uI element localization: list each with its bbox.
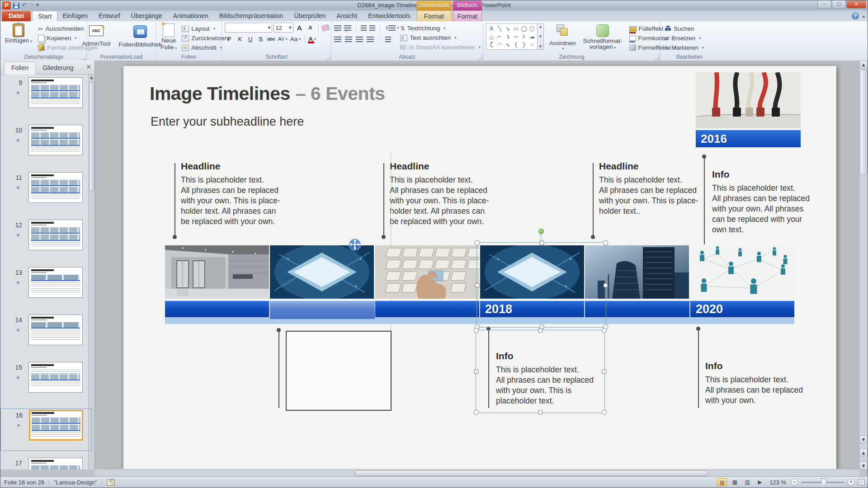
- shapes-gallery-scrollbar[interactable]: ▲ ▼ ▼: [538, 23, 544, 50]
- paste-button[interactable]: Einfügen: [3, 23, 34, 52]
- tab-entwurf[interactable]: Entwurf: [93, 11, 125, 21]
- fit-to-window-icon[interactable]: [858, 479, 865, 485]
- bold-button[interactable]: F: [225, 35, 234, 43]
- justify-icon[interactable]: [367, 37, 374, 42]
- slide-subtitle[interactable]: Enter your subheadline here: [151, 115, 304, 129]
- previous-slide-button[interactable]: ▲: [859, 449, 868, 456]
- character-spacing-button[interactable]: AV: [277, 35, 288, 43]
- slide-thumbnail-13[interactable]: 13: [0, 266, 91, 308]
- event-dot[interactable]: [591, 235, 595, 239]
- columns-icon[interactable]: [385, 37, 391, 42]
- headline-3-title[interactable]: Headline: [599, 161, 639, 172]
- resize-handle[interactable]: [538, 410, 542, 414]
- tab-gliederung[interactable]: Gliederung: [36, 62, 80, 74]
- shape-down-arrow-icon[interactable]: ⇩: [520, 33, 528, 41]
- resize-handle[interactable]: [602, 410, 607, 415]
- slide-thumbnail-14[interactable]: 14: [0, 314, 91, 355]
- dialog-launcher-icon[interactable]: [655, 55, 659, 60]
- strikethrough-button[interactable]: abc: [266, 35, 276, 43]
- event-dot[interactable]: [277, 328, 281, 332]
- slide-thumbnail-12[interactable]: 12: [0, 219, 91, 260]
- headline-3-body[interactable]: This is placeholder text. All phrases ca…: [599, 175, 719, 216]
- replace-button[interactable]: ⇄ Ersetzen: [663, 33, 717, 43]
- zoom-slider[interactable]: [801, 482, 844, 483]
- shape-brace-left-icon[interactable]: {: [512, 41, 520, 49]
- scroll-up-icon[interactable]: ▲: [539, 25, 542, 28]
- shape-rounded-rect-icon[interactable]: ▢: [528, 24, 536, 33]
- numbering-icon[interactable]: [344, 25, 351, 31]
- info-top-title[interactable]: Info: [712, 169, 729, 180]
- scroll-up-button[interactable]: ▲: [859, 61, 868, 68]
- headline-2-body[interactable]: This is placeholder text. All phrases ca…: [390, 175, 509, 227]
- resize-handle[interactable]: [604, 283, 608, 287]
- shape-star-icon[interactable]: ☆: [528, 41, 536, 49]
- close-icon[interactable]: ✕: [86, 64, 91, 70]
- slide-sorter-view-button[interactable]: ▦: [730, 478, 740, 486]
- increase-indent-icon[interactable]: [369, 25, 375, 31]
- minimize-ribbon-icon[interactable]: ▴: [863, 14, 865, 19]
- resize-handle[interactable]: [602, 370, 606, 374]
- decrease-indent-icon[interactable]: [361, 25, 367, 31]
- rotation-handle[interactable]: [538, 229, 544, 234]
- event-dot[interactable]: [696, 327, 700, 331]
- font-color-button[interactable]: A: [307, 35, 317, 43]
- empty-placeholder-box[interactable]: [286, 331, 392, 411]
- next-slide-button[interactable]: ▼: [859, 462, 868, 469]
- horizontal-scrollbar[interactable]: [95, 469, 859, 477]
- align-text-button[interactable]: Text ausrichten: [399, 33, 481, 42]
- scrollbar-thumb[interactable]: [355, 470, 708, 476]
- underline-button[interactable]: U: [245, 35, 255, 43]
- zoom-slider-thumb[interactable]: [821, 479, 826, 486]
- timeline-image-network[interactable]: [690, 245, 794, 299]
- shape-arc-icon[interactable]: ◠: [495, 41, 504, 49]
- selected-image-banner[interactable]: [270, 301, 375, 319]
- align-left-icon[interactable]: [334, 37, 341, 42]
- timeline-image-chip-blue[interactable]: [270, 245, 374, 299]
- arrange-button[interactable]: Anordnen: [547, 23, 578, 52]
- quick-styles-button[interactable]: Schnellformat- vorlagen: [581, 23, 624, 52]
- slide-thumbnail-15[interactable]: 15: [0, 361, 91, 403]
- tab-animationen[interactable]: Animationen: [168, 11, 214, 21]
- headline-1-title[interactable]: Headline: [181, 161, 221, 172]
- tab-uebergaenge[interactable]: Übergänge: [126, 11, 168, 21]
- resize-handle[interactable]: [474, 328, 479, 333]
- line-spacing-button[interactable]: ↕: [385, 25, 399, 31]
- slide-thumbnail-10[interactable]: 10: [0, 124, 91, 165]
- shape-line-icon[interactable]: ╲: [495, 24, 504, 33]
- shape-triangle-icon[interactable]: △: [487, 33, 495, 41]
- new-slide-button[interactable]: Neue Folie: [159, 23, 179, 52]
- tab-format-drawing[interactable]: Format: [416, 10, 452, 22]
- shape-cloud-icon[interactable]: ☁: [528, 33, 536, 41]
- resize-handle[interactable]: [602, 328, 607, 333]
- tab-ansicht[interactable]: Ansicht: [331, 11, 363, 21]
- selection-box-info[interactable]: [476, 330, 605, 413]
- bullets-icon[interactable]: [334, 25, 341, 31]
- shape-arrow-icon[interactable]: ↘: [504, 24, 512, 33]
- event-dot[interactable]: [702, 155, 706, 159]
- scrollbar-thumb[interactable]: [860, 70, 868, 174]
- clear-formatting-icon[interactable]: [321, 24, 330, 32]
- slideshow-view-button[interactable]: ▶: [755, 478, 765, 486]
- slide-16[interactable]: Image Timelines– 6 Events Enter your sub…: [123, 66, 836, 469]
- resize-handle[interactable]: [474, 410, 479, 415]
- tab-einfuegen[interactable]: Einfügen: [57, 11, 93, 21]
- change-case-button[interactable]: Aa: [289, 35, 302, 43]
- font-size-combo[interactable]: 12▼: [274, 23, 293, 33]
- shrink-font-button[interactable]: A: [306, 23, 315, 32]
- headline-2-title[interactable]: Headline: [390, 161, 429, 172]
- shape-curve-icon[interactable]: ∿: [504, 41, 512, 49]
- slide-title[interactable]: Image Timelines– 6 Events: [150, 83, 385, 104]
- resize-handle[interactable]: [475, 240, 480, 245]
- resize-handle[interactable]: [475, 283, 479, 287]
- shape-textbox-icon[interactable]: A: [487, 24, 495, 33]
- shape-rectangle-icon[interactable]: ▭: [512, 24, 520, 33]
- tab-ueberpruefen[interactable]: Überprüfen: [288, 11, 331, 21]
- shape-oval-icon[interactable]: ◯: [520, 24, 528, 33]
- dialog-launcher-icon[interactable]: [81, 55, 86, 60]
- shape-brace-right-icon[interactable]: }: [520, 41, 528, 49]
- undo-icon[interactable]: ↶: [22, 1, 27, 9]
- scroll-down-button[interactable]: ▼: [859, 436, 868, 443]
- resize-handle[interactable]: [603, 240, 608, 245]
- reading-view-button[interactable]: ▥: [742, 478, 752, 486]
- convert-smartart-button[interactable]: In SmartArt konvertieren: [399, 42, 481, 52]
